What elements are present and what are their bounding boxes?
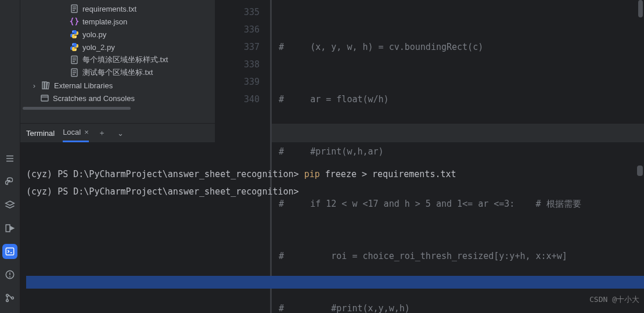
text-file-icon	[70, 4, 79, 13]
main-area: requirements.txt template.json yolo.py y…	[20, 0, 644, 313]
terminal-body[interactable]: (cyz) PS D:\PyCharmProject\answer_sheet_…	[20, 142, 644, 313]
terminal-dropdown-icon[interactable]: ⌄	[116, 129, 126, 138]
editor-scrollbar[interactable]	[638, 0, 643, 123]
json-file-icon	[70, 17, 79, 26]
run-icon[interactable]	[2, 221, 17, 236]
tree-file-label: yolo_2.py	[82, 43, 115, 52]
svg-rect-33	[41, 95, 48, 101]
svg-marker-5	[10, 226, 14, 230]
python-file-icon	[70, 30, 79, 39]
top-split: requirements.txt template.json yolo.py y…	[20, 0, 644, 123]
svg-rect-31	[45, 82, 46, 89]
tree-scratches[interactable]: Scratches and Consoles	[20, 92, 215, 105]
terminal-icon[interactable]	[2, 244, 17, 259]
scratches-icon	[40, 93, 49, 103]
tree-label: External Libraries	[54, 81, 113, 90]
tree-file-label: 每个填涂区域坐标样式.txt	[82, 55, 168, 65]
svg-point-13	[12, 297, 14, 299]
tree-file-yolo2[interactable]: yolo_2.py	[20, 41, 215, 53]
tree-file-yolo[interactable]: yolo.py	[20, 28, 215, 41]
svg-rect-6	[6, 248, 14, 255]
svg-point-20	[73, 44, 74, 45]
terminal-selection-bar	[26, 276, 644, 289]
problems-icon[interactable]	[2, 267, 17, 282]
left-tool-gutter	[0, 0, 20, 313]
text-file-icon	[70, 68, 79, 77]
python-console-icon[interactable]	[2, 174, 17, 189]
project-tree[interactable]: requirements.txt template.json yolo.py y…	[20, 0, 215, 123]
watermark-text: CSDN @十小大	[589, 291, 639, 308]
svg-point-19	[75, 37, 77, 38]
tree-scrollbar[interactable]	[23, 107, 131, 110]
services-icon[interactable]	[2, 197, 17, 213]
tree-external-libraries[interactable]: › External Libraries	[20, 79, 215, 92]
git-icon[interactable]	[2, 290, 17, 305]
tree-file-label: requirements.txt	[82, 5, 136, 13]
svg-marker-4	[6, 225, 10, 232]
python-file-icon	[70, 42, 79, 52]
svg-point-12	[6, 300, 9, 302]
tree-file-template[interactable]: template.json	[20, 15, 215, 28]
tree-file-cn1[interactable]: 每个填涂区域坐标样式.txt	[20, 53, 215, 66]
tree-file-cn2[interactable]: 测试每个区域坐标.txt	[20, 66, 215, 79]
terminal-tab-local[interactable]: Local ×	[63, 124, 89, 142]
tree-label: Scratches and Consoles	[53, 94, 135, 103]
svg-marker-3	[6, 201, 15, 206]
terminal-title: Terminal	[26, 129, 55, 138]
svg-point-18	[73, 31, 74, 32]
tree-file-label: yolo.py	[82, 30, 106, 39]
chevron-right-icon: ›	[31, 81, 38, 90]
new-terminal-icon[interactable]: ＋	[97, 128, 107, 138]
tree-file-label: 测试每个区域坐标.txt	[82, 67, 153, 78]
svg-point-21	[75, 49, 77, 51]
svg-rect-30	[42, 82, 44, 89]
terminal-panel: Terminal Local × ＋ ⌄ (cyz) PS D:\PyCharm…	[20, 123, 644, 313]
svg-point-10	[10, 276, 10, 277]
tree-file-label: template.json	[82, 17, 127, 26]
terminal-scrollbar[interactable]	[637, 166, 643, 176]
library-icon	[41, 81, 51, 90]
close-tab-icon[interactable]: ×	[84, 128, 89, 136]
tree-file-requirements[interactable]: requirements.txt	[20, 2, 215, 15]
text-file-icon	[70, 55, 79, 64]
structure-icon[interactable]	[2, 151, 17, 166]
svg-rect-32	[46, 82, 49, 89]
svg-point-11	[6, 294, 9, 297]
code-editor[interactable]: 335 336 337 338 339 340 # (x, y, w, h) =…	[215, 0, 644, 123]
